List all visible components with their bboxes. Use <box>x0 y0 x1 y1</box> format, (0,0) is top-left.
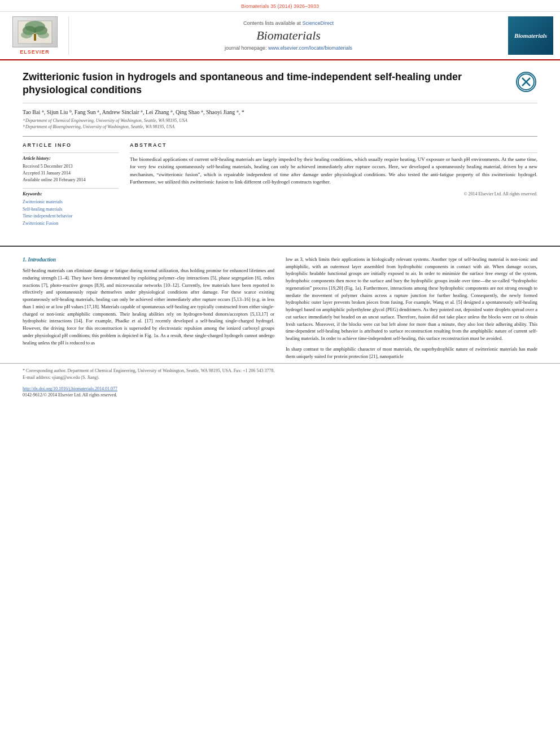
affiliations: ᵃ Department of Chemical Engineering, Un… <box>23 118 537 129</box>
journal-header: ELSEVIER Contents lists available at Sci… <box>0 12 560 60</box>
keywords-section: Keywords: Zwitterionic materials Self-he… <box>23 188 119 228</box>
issn-line: 0142-9612/© 2014 Elsevier Ltd. All right… <box>23 392 537 397</box>
intro-heading: 1. Introduction <box>23 256 274 264</box>
doi-section: http://dx.doi.org/10.1016/j.biomaterials… <box>0 384 560 403</box>
article-info-heading: ARTICLE INFO <box>23 142 119 148</box>
section-divider <box>0 246 560 247</box>
body-column-right: low as 3, which limits their application… <box>286 256 537 364</box>
available-date: Available online 20 February 2014 <box>23 177 119 184</box>
accepted-date: Accepted 31 January 2014 <box>23 170 119 177</box>
svg-point-6 <box>38 32 49 38</box>
abstract-heading: ABSTRACT <box>130 142 537 148</box>
cover-label: Biomaterials <box>514 32 547 39</box>
info-abstract-section: ARTICLE INFO Article history: Received 5… <box>23 136 537 228</box>
article-info-panel: ARTICLE INFO Article history: Received 5… <box>23 142 119 228</box>
citation-text: Biomaterials 35 (2014) 3926–3933 <box>241 3 319 9</box>
body-column-left: 1. Introduction Self-healing materials c… <box>23 256 274 364</box>
abstract-text: The biomedical applications of current s… <box>130 152 537 198</box>
journal-cover-image: Biomaterials <box>508 16 553 55</box>
article-title: Zwitterionic fusion in hydrogels and spo… <box>23 71 515 97</box>
affiliation-b: ᵇ Department of Bioengineering, Universi… <box>23 124 537 129</box>
keyword-2: Self-healing materials <box>23 206 119 213</box>
crossmark-badge[interactable] <box>515 71 537 93</box>
crossmark-circle <box>516 72 536 92</box>
journal-header-center: Contents lists available at ScienceDirec… <box>73 16 504 55</box>
keyword-3: Time-independent behavior <box>23 213 119 220</box>
elsevier-logo: ELSEVIER <box>7 16 69 55</box>
footnote-section: * Corresponding author. Department of Ch… <box>0 363 560 384</box>
science-direct-link[interactable]: ScienceDirect <box>303 20 334 26</box>
intro-paragraph-3: In sharp contrast to the amphiphilic cha… <box>286 346 537 360</box>
keyword-1: Zwitterionic materials <box>23 199 119 206</box>
journal-title: Biomaterials <box>256 28 321 43</box>
elsevier-label: ELSEVIER <box>20 49 50 55</box>
citation-bar: Biomaterials 35 (2014) 3926–3933 <box>0 0 560 12</box>
article-history: Article history: Received 5 December 201… <box>23 152 119 184</box>
journal-homepage-link[interactable]: www.elsevier.com/locate/biomaterials <box>268 45 352 51</box>
authors-line: Tao Bai ᵃ, Sijun Liu ᵇ, Fang Sun ᵃ, Andr… <box>23 109 537 115</box>
affiliation-a: ᵃ Department of Chemical Engineering, Un… <box>23 118 537 123</box>
keyword-4: Zwitterionic Fusion <box>23 220 119 228</box>
doi-link[interactable]: http://dx.doi.org/10.1016/j.biomaterials… <box>23 386 537 391</box>
svg-point-5 <box>21 32 32 38</box>
journal-homepage: journal homepage: www.elsevier.com/locat… <box>225 45 352 51</box>
email-note: E-mail address: sjiang@uw.edu (S. Jiang)… <box>23 375 537 380</box>
svg-rect-4 <box>34 34 36 41</box>
copyright-line: © 2014 Elsevier Ltd. All rights reserved… <box>130 191 537 198</box>
abstract-body: The biomedical applications of current s… <box>130 156 537 186</box>
received-date: Received 5 December 2013 <box>23 163 119 170</box>
abstract-section: ABSTRACT The biomedical applications of … <box>130 142 537 228</box>
body-content: 1. Introduction Self-healing materials c… <box>0 256 560 364</box>
article-title-section: Zwitterionic fusion in hydrogels and spo… <box>23 71 537 103</box>
intro-paragraph-2: low as 3, which limits their application… <box>286 256 537 342</box>
corresponding-author-note: * Corresponding author. Department of Ch… <box>23 368 537 373</box>
contents-available: Contents lists available at ScienceDirec… <box>243 20 334 26</box>
intro-paragraph-1: Self-healing materials can eliminate dam… <box>23 267 274 346</box>
keywords-label: Keywords: <box>23 191 119 196</box>
elsevier-logo-image <box>12 16 58 47</box>
main-content: Zwitterionic fusion in hydrogels and spo… <box>0 60 560 237</box>
history-label: Article history: <box>23 156 119 161</box>
